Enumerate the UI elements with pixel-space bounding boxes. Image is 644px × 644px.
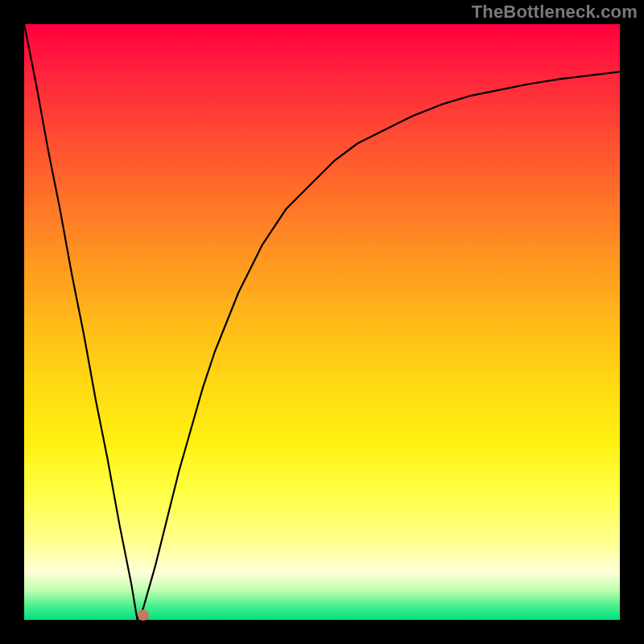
watermark-text: TheBottleneck.com xyxy=(472,2,638,23)
chart-frame: TheBottleneck.com xyxy=(0,0,644,644)
marker-dot xyxy=(138,609,149,621)
curve-svg xyxy=(24,24,620,620)
plot-area xyxy=(24,24,620,620)
curve-path xyxy=(24,24,620,620)
